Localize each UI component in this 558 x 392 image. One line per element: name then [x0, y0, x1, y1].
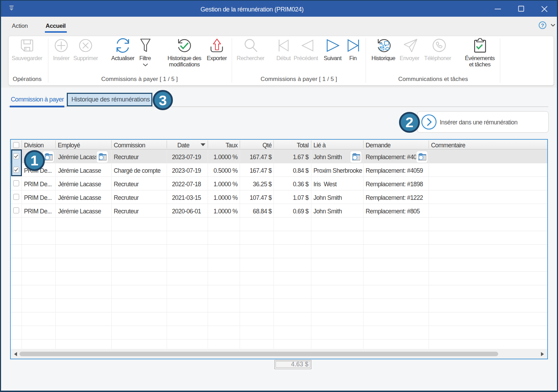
svg-text:?: ?	[541, 22, 544, 28]
